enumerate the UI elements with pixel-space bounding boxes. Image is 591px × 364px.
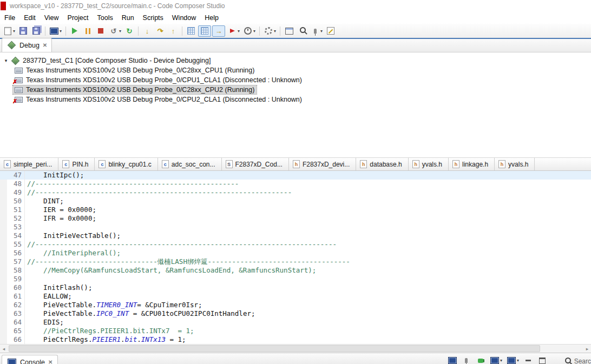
- annotation-ruler[interactable]: [0, 214, 7, 223]
- annotation-ruler[interactable]: [0, 275, 7, 283]
- code-text[interactable]: //--------------------------------------…: [25, 180, 591, 188]
- terminate-button[interactable]: [95, 26, 107, 36]
- close-icon[interactable]: ✕: [43, 42, 47, 48]
- cpu-reset-button[interactable]: ↺▾: [108, 26, 122, 36]
- pin-console-button[interactable]: [461, 355, 472, 364]
- step-return-button[interactable]: ↑: [167, 26, 179, 36]
- code-text[interactable]: InitPieVectTable();: [25, 231, 591, 240]
- annotation-ruler[interactable]: [0, 197, 7, 206]
- suspend-button[interactable]: [82, 26, 94, 36]
- menu-scripts[interactable]: Scripts: [139, 12, 168, 23]
- assembly-step-mode-button[interactable]: [198, 25, 211, 37]
- step-into-button[interactable]: ↓: [141, 26, 153, 36]
- line-number[interactable]: 66: [7, 335, 25, 344]
- editor-tab[interactable]: SF2837xD_Cod...: [222, 158, 289, 170]
- console-display-dropdown-icon[interactable]: ▾: [60, 29, 62, 34]
- code-text[interactable]: PieVectTable.IPC0_INT = &CPU01toCPU02IPC…: [25, 309, 591, 318]
- step-over-button[interactable]: ↷: [154, 26, 166, 36]
- line-number[interactable]: 53: [7, 223, 25, 231]
- line-number[interactable]: 63: [7, 309, 25, 318]
- code-text[interactable]: [25, 275, 591, 283]
- annotation-ruler[interactable]: [0, 257, 7, 266]
- annotation-ruler[interactable]: [0, 180, 7, 188]
- new-button[interactable]: ▾: [2, 26, 16, 36]
- minimized-search-view[interactable]: Searc: [563, 356, 591, 364]
- annotation-ruler[interactable]: [0, 231, 7, 240]
- editor-tab[interactable]: cPIN.h: [58, 158, 95, 170]
- code-text[interactable]: //MemCopy(&RamfuncsLoadStart, &RamfuncsL…: [25, 266, 591, 275]
- restart-button[interactable]: ↻: [123, 26, 135, 36]
- debug-tree-item[interactable]: ✗Texas Instruments XDS100v2 USB Debug Pr…: [0, 95, 591, 104]
- search-button[interactable]: [296, 26, 308, 36]
- code-text[interactable]: PieCtrlRegs.PIEIER1.bit.INTx13 = 1;: [25, 335, 591, 344]
- tools-menu-dropdown-icon[interactable]: ▾: [274, 29, 276, 34]
- code-text[interactable]: //------------------------------傤楠LASH绑焠…: [25, 257, 591, 266]
- code-text[interactable]: DINT;: [25, 197, 591, 206]
- maximize-view-button[interactable]: [536, 355, 548, 364]
- annotation-ruler[interactable]: [0, 240, 7, 249]
- editor-tab[interactable]: cblinky_cpu01.c: [95, 158, 157, 170]
- expand-arrow-icon[interactable]: ▾: [2, 58, 10, 63]
- annotation-ruler[interactable]: [0, 309, 7, 318]
- display-selected-console-dropdown-icon[interactable]: ▾: [500, 358, 502, 363]
- annotation-ruler[interactable]: [0, 318, 7, 327]
- line-number[interactable]: 47: [7, 171, 25, 180]
- code-text[interactable]: EALLOW;: [25, 292, 591, 301]
- menu-view[interactable]: View: [40, 12, 63, 23]
- line-number[interactable]: 55: [7, 240, 25, 249]
- annotation-ruler[interactable]: [0, 249, 7, 257]
- line-number[interactable]: 51: [7, 206, 25, 214]
- minimize-view-button[interactable]: [522, 355, 534, 364]
- line-number[interactable]: 54: [7, 231, 25, 240]
- code-editor[interactable]: 47 InitIpc();48//-----------------------…: [0, 171, 591, 344]
- menu-file[interactable]: File: [0, 12, 19, 23]
- annotation-ruler[interactable]: [0, 206, 7, 214]
- code-text[interactable]: [25, 223, 591, 231]
- line-number[interactable]: 62: [7, 301, 25, 309]
- flash-dropdown-icon[interactable]: ▾: [238, 29, 240, 34]
- resume-button[interactable]: [69, 26, 81, 36]
- open-console-dropdown-icon[interactable]: ▾: [517, 358, 519, 363]
- annotation-ruler[interactable]: [0, 292, 7, 301]
- line-number[interactable]: 49: [7, 188, 25, 197]
- tools-menu-button[interactable]: ▾: [262, 26, 277, 36]
- registers-button[interactable]: [185, 26, 197, 36]
- annotation-ruler[interactable]: [0, 266, 7, 275]
- annotation-ruler[interactable]: [0, 327, 7, 335]
- code-text[interactable]: PieVectTable.TIMER0_INT= &CpuTimer0Isr;: [25, 301, 591, 309]
- editor-tab[interactable]: hyvals.h: [495, 158, 535, 170]
- close-icon[interactable]: ✕: [48, 359, 52, 364]
- editor-tab[interactable]: hF2837xD_devi...: [289, 158, 356, 170]
- flash-button[interactable]: ▾: [226, 26, 241, 36]
- code-text[interactable]: IFR = 0x0000;: [25, 214, 591, 223]
- code-text[interactable]: //--------------------------------------…: [25, 240, 591, 249]
- line-number[interactable]: 64: [7, 318, 25, 327]
- line-number[interactable]: 57: [7, 257, 25, 266]
- scroll-right-icon[interactable]: ▸: [583, 346, 591, 352]
- editor-tab[interactable]: csimple_peri...: [0, 158, 58, 170]
- save-button[interactable]: [17, 26, 29, 36]
- line-number[interactable]: 61: [7, 292, 25, 301]
- line-number[interactable]: 56: [7, 249, 25, 257]
- new-dropdown-icon[interactable]: ▾: [13, 29, 15, 34]
- code-text[interactable]: InitFlash();: [25, 283, 591, 292]
- menu-run[interactable]: Run: [117, 12, 139, 23]
- debug-tree-item[interactable]: Texas Instruments XDS100v2 USB Debug Pro…: [0, 85, 591, 95]
- horizontal-scrollbar[interactable]: ◂ ▸: [0, 344, 591, 353]
- profile-clock-button[interactable]: ▾: [242, 26, 257, 36]
- line-number[interactable]: 58: [7, 266, 25, 275]
- editor-tab[interactable]: hdatabase.h: [356, 158, 408, 170]
- debug-tree-item[interactable]: Texas Instruments XDS100v2 USB Debug Pro…: [0, 65, 591, 75]
- editor-tab[interactable]: hyvals.h: [409, 158, 449, 170]
- scrollbar-thumb[interactable]: [9, 345, 540, 352]
- code-text[interactable]: //PieCtrlRegs.PIEIER1.bit.INTx7 = 1;: [25, 327, 591, 335]
- annotation-ruler[interactable]: [0, 223, 7, 231]
- code-text[interactable]: InitIpc();: [25, 171, 591, 180]
- menu-project[interactable]: Project: [63, 12, 93, 23]
- line-number[interactable]: 65: [7, 327, 25, 335]
- console-display-button[interactable]: ▾: [48, 26, 63, 36]
- editor-tab[interactable]: hlinkage.h: [449, 158, 495, 170]
- cpu-reset-dropdown-icon[interactable]: ▾: [119, 29, 121, 34]
- profile-clock-dropdown-icon[interactable]: ▾: [253, 29, 255, 34]
- code-text[interactable]: //InitPeripheral();: [25, 249, 591, 257]
